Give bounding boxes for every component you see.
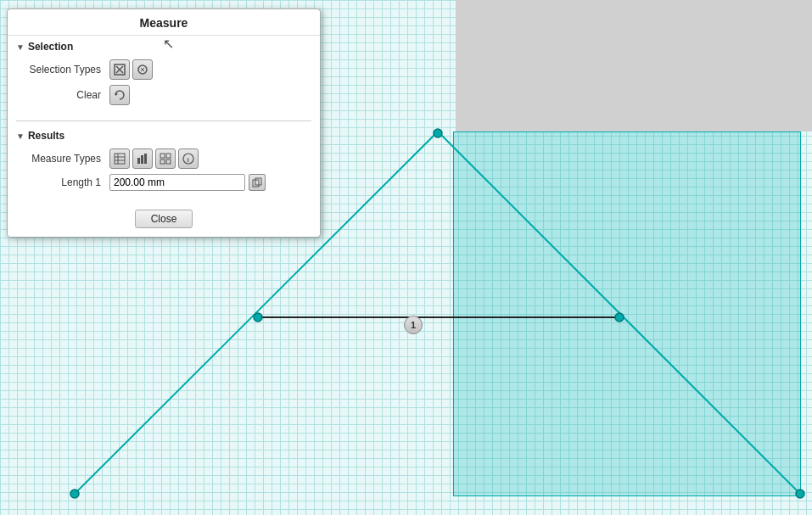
dialog-footer: Close — [8, 203, 320, 237]
copy-length-btn[interactable] — [249, 174, 266, 191]
selection-types-row: Selection Types — [16, 59, 311, 80]
selection-section-label: Selection — [28, 41, 73, 53]
selection-types-label: Selection Types — [16, 64, 109, 76]
measure-type-grid-btn[interactable] — [155, 148, 176, 169]
length-label: Length 1 — [16, 176, 109, 188]
svg-rect-9 — [115, 154, 125, 164]
svg-text:i: i — [188, 156, 189, 164]
selection-type-btn-2[interactable] — [132, 59, 153, 80]
svg-marker-8 — [115, 92, 118, 96]
gray-region — [456, 0, 812, 132]
measure-dialog: Measure ▼ Selection Selection Types — [7, 8, 321, 238]
svg-rect-19 — [166, 160, 171, 164]
section-divider — [16, 120, 311, 121]
measurement-label: 1 — [404, 316, 423, 334]
measure-type-table-btn[interactable] — [109, 148, 130, 169]
measure-type-chart-btn[interactable] — [132, 148, 153, 169]
svg-rect-17 — [166, 154, 171, 158]
selection-type-btn-1[interactable] — [109, 59, 130, 80]
results-section-content: Measure Types — [8, 145, 320, 203]
selection-section-content: Selection Types Clear — [8, 56, 320, 117]
clear-label: Clear — [16, 89, 109, 101]
close-button[interactable]: Close — [135, 210, 193, 228]
svg-rect-13 — [137, 158, 140, 164]
length-input[interactable] — [109, 174, 245, 191]
measure-type-buttons: i — [109, 148, 201, 169]
results-section-label: Results — [28, 130, 64, 142]
svg-rect-16 — [160, 154, 165, 158]
svg-rect-14 — [141, 155, 143, 164]
selection-rectangle — [453, 132, 801, 496]
measure-types-row: Measure Types — [16, 148, 311, 169]
results-section-header[interactable]: ▼ Results — [8, 125, 320, 145]
measure-type-info-btn[interactable]: i — [178, 148, 199, 169]
clear-btn[interactable] — [109, 85, 130, 105]
svg-rect-15 — [144, 154, 147, 164]
measure-types-label: Measure Types — [16, 153, 109, 165]
svg-rect-18 — [160, 160, 165, 164]
selection-types-buttons — [109, 59, 155, 80]
length-row: Length 1 — [16, 174, 311, 191]
selection-section-header[interactable]: ▼ Selection — [8, 36, 320, 56]
selection-arrow-icon: ▼ — [16, 42, 25, 52]
results-arrow-icon: ▼ — [16, 132, 25, 141]
clear-row: Clear — [16, 85, 311, 105]
dialog-title: Measure — [8, 9, 320, 36]
